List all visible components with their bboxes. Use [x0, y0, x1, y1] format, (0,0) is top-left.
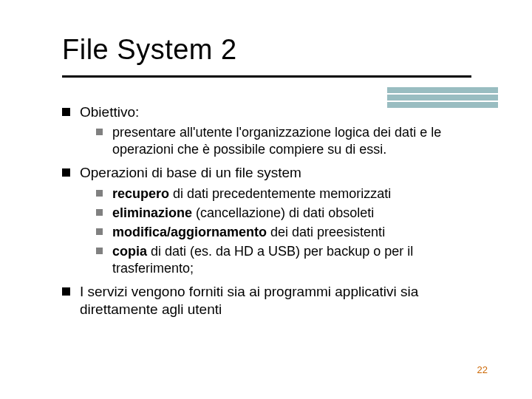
- title-underline: [62, 75, 471, 78]
- bullet-operazioni: Operazioni di base di un file system rec…: [62, 164, 483, 276]
- bullet-rest: dei dati preesistenti: [267, 225, 385, 239]
- sub-bullet: presentare all'utente l'organizzazione l…: [96, 124, 483, 158]
- bullet-bold: copia: [112, 244, 147, 259]
- slide-content: Obiettivo: presentare all'utente l'organ…: [62, 103, 483, 324]
- bullet-rest: (cancellazione) di dati obsoleti: [192, 205, 374, 220]
- bullet-rest: di dati precedentemente memorizzati: [169, 186, 391, 201]
- sub-bullet-eliminazione: eliminazione (cancellazione) di dati obs…: [96, 205, 483, 222]
- bullet-obiettivo: Obiettivo: presentare all'utente l'organ…: [62, 103, 483, 158]
- bullet-text: I servizi vengono forniti sia ai program…: [80, 284, 418, 317]
- bullet-bold: eliminazione: [112, 205, 192, 220]
- bullet-servizi: I servizi vengono forniti sia ai program…: [62, 283, 483, 319]
- bullet-text: Operazioni di base di un file system: [80, 165, 301, 180]
- sub-bullet-recupero: recupero di dati precedentemente memoriz…: [96, 185, 483, 202]
- accent-bar: [387, 95, 498, 100]
- accent-bar: [387, 87, 498, 93]
- bullet-bold: recupero: [112, 186, 169, 201]
- bullet-bold: modifica/aggiornamento: [112, 225, 267, 239]
- slide-title: File System 2: [62, 34, 237, 66]
- sub-bullet-modifica: modifica/aggiornamento dei dati preesist…: [96, 224, 483, 241]
- bullet-text: Obiettivo:: [80, 104, 139, 120]
- page-number: 22: [477, 364, 488, 375]
- bullet-rest: di dati (es. da HD a USB) per backup o p…: [112, 244, 413, 276]
- slide: File System 2 Obiettivo: presentare all'…: [0, 0, 532, 399]
- bullet-text: presentare all'utente l'organizzazione l…: [112, 125, 441, 157]
- sub-bullet-copia: copia di dati (es. da HD a USB) per back…: [96, 243, 483, 277]
